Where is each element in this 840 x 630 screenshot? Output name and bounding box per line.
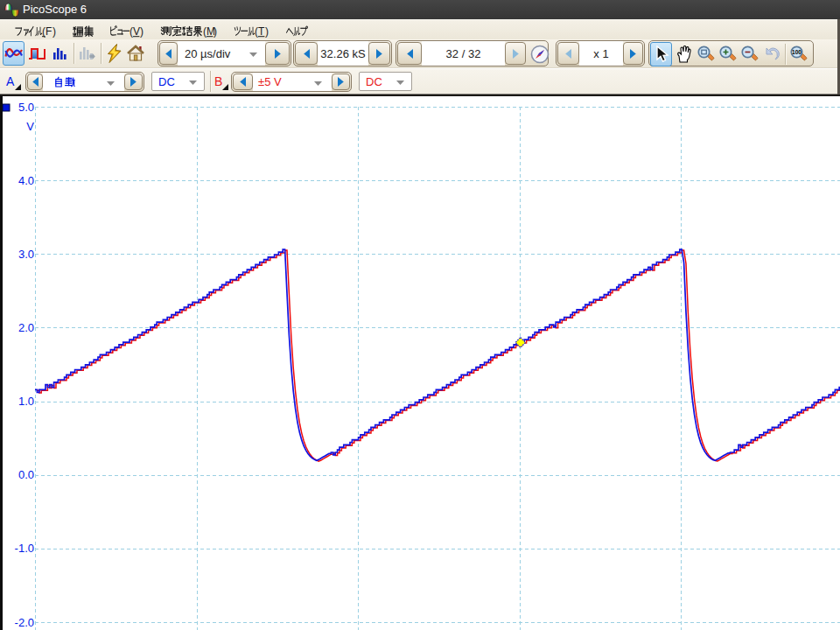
svg-text:3.0: 3.0 xyxy=(18,248,34,261)
svg-text:V: V xyxy=(26,120,34,133)
svg-text:): ) xyxy=(214,25,217,38)
svg-text:5.0: 5.0 xyxy=(18,101,34,114)
svg-text:0.0: 0.0 xyxy=(18,468,34,481)
svg-text:): ) xyxy=(265,25,269,38)
svg-text:-2.0: -2.0 xyxy=(15,616,34,629)
svg-text:4.0: 4.0 xyxy=(18,174,34,187)
svg-text:): ) xyxy=(52,25,56,38)
svg-text:-1.0: -1.0 xyxy=(15,542,34,555)
svg-text:): ) xyxy=(140,25,144,38)
svg-text:T: T xyxy=(258,25,265,38)
svg-text:100: 100 xyxy=(792,49,802,55)
svg-text:1.0: 1.0 xyxy=(18,395,34,408)
svg-text:V: V xyxy=(133,25,140,38)
svg-text:2.0: 2.0 xyxy=(18,321,34,334)
svg-text:F: F xyxy=(46,25,52,38)
